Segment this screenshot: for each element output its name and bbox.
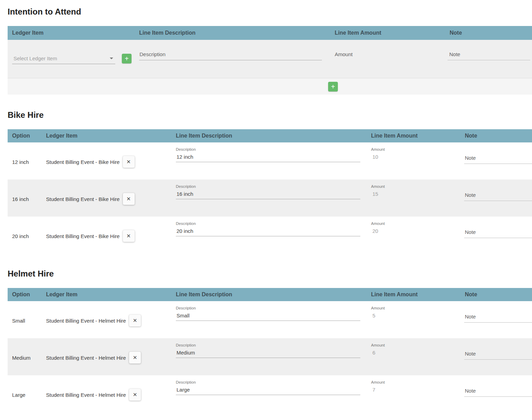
note-input[interactable] bbox=[464, 229, 532, 238]
table-row: Large Student Billing Event - Helmet Hir… bbox=[8, 375, 532, 412]
amount-field-label: Amount bbox=[371, 221, 460, 226]
column-header-line-item-description: Line Item Description bbox=[171, 129, 365, 142]
amount-input bbox=[372, 313, 424, 318]
amount-cell: Amount bbox=[365, 180, 460, 217]
column-header-line-item-description: Line Item Description bbox=[137, 26, 329, 40]
description-cell: Description bbox=[171, 301, 365, 338]
note-input[interactable] bbox=[464, 155, 532, 164]
amount-cell: Amount bbox=[365, 375, 460, 412]
close-icon: ✕ bbox=[126, 159, 131, 165]
amount-input bbox=[372, 228, 424, 234]
description-input[interactable] bbox=[176, 154, 360, 162]
description-field-label: Description bbox=[176, 184, 365, 189]
add-row-button[interactable]: + bbox=[328, 82, 338, 91]
note-input[interactable] bbox=[448, 51, 530, 60]
add-row-strip: + bbox=[8, 78, 532, 95]
column-header-ledger-item: Ledger Item bbox=[8, 26, 137, 40]
ledger-item-label: Student Billing Event - Bike Hire bbox=[46, 233, 120, 239]
column-header-line-item-amount: Line Item Amount bbox=[365, 129, 460, 142]
description-input[interactable] bbox=[176, 228, 360, 236]
column-header-note: Note bbox=[460, 129, 532, 142]
close-icon: ✕ bbox=[133, 317, 137, 324]
ledger-item-label: Student Billing Event - Helmet Hire bbox=[46, 355, 126, 361]
description-field-label: Description bbox=[176, 343, 365, 348]
description-cell: Description bbox=[171, 338, 365, 375]
description-field-label: Description bbox=[176, 380, 365, 385]
description-input[interactable] bbox=[139, 51, 322, 60]
table-row: 12 inch Student Billing Event - Bike Hir… bbox=[8, 142, 532, 180]
description-field-label: Description bbox=[176, 221, 365, 226]
amount-field-label: Amount bbox=[371, 184, 460, 189]
table-row: 20 inch Student Billing Event - Bike Hir… bbox=[8, 217, 532, 254]
plus-icon: + bbox=[125, 55, 129, 62]
column-header-line-item-description: Line Item Description bbox=[171, 288, 365, 301]
amount-input bbox=[335, 51, 387, 57]
remove-ledger-item-button[interactable]: ✕ bbox=[129, 352, 141, 364]
plus-icon: + bbox=[331, 83, 335, 90]
note-cell bbox=[460, 338, 532, 375]
remove-ledger-item-button[interactable]: ✕ bbox=[123, 230, 135, 242]
column-header-note: Note bbox=[460, 288, 532, 301]
column-header-note: Note bbox=[448, 26, 532, 40]
ledger-item-cell: Student Billing Event - Helmet Hire ✕ bbox=[42, 301, 171, 338]
option-cell: Large bbox=[8, 375, 42, 412]
ledger-item-select[interactable]: Select Ledger Item bbox=[12, 55, 115, 64]
description-input[interactable] bbox=[176, 387, 360, 395]
note-input[interactable] bbox=[464, 388, 532, 397]
close-icon: ✕ bbox=[126, 233, 131, 239]
column-header-ledger-item: Ledger Item bbox=[42, 129, 171, 142]
note-input[interactable] bbox=[464, 351, 532, 360]
amount-cell: Amount bbox=[365, 338, 460, 375]
ledger-item-label: Student Billing Event - Helmet Hire bbox=[46, 318, 126, 324]
ledger-item-label: Student Billing Event - Bike Hire bbox=[46, 159, 120, 165]
helmet-hire-table: Option Ledger Item Line Item Description… bbox=[8, 288, 532, 412]
amount-cell: Amount bbox=[365, 217, 460, 254]
description-field-label: Description bbox=[176, 306, 365, 310]
section-title-bike-hire: Bike Hire bbox=[8, 110, 532, 120]
column-header-option: Option bbox=[8, 288, 42, 301]
amount-field-label: Amount bbox=[371, 147, 460, 152]
amount-cell: Amount bbox=[365, 301, 460, 338]
note-cell bbox=[460, 375, 532, 412]
close-icon: ✕ bbox=[133, 355, 137, 361]
ledger-item-cell: Student Billing Event - Bike Hire ✕ bbox=[42, 180, 171, 217]
option-label: Small bbox=[12, 318, 25, 324]
table-row: 16 inch Student Billing Event - Bike Hir… bbox=[8, 180, 532, 217]
remove-ledger-item-button[interactable]: ✕ bbox=[129, 389, 141, 401]
note-cell bbox=[460, 301, 532, 338]
close-icon: ✕ bbox=[126, 196, 131, 202]
amount-field-label: Amount bbox=[371, 380, 460, 385]
amount-input bbox=[372, 387, 424, 393]
remove-ledger-item-button[interactable]: ✕ bbox=[123, 193, 135, 205]
amount-input bbox=[372, 350, 424, 356]
table-row: Medium Student Billing Event - Helmet Hi… bbox=[8, 338, 532, 375]
bike-hire-table: Option Ledger Item Line Item Description… bbox=[8, 129, 532, 254]
option-label: 12 inch bbox=[12, 159, 29, 165]
amount-input bbox=[372, 191, 424, 197]
description-input[interactable] bbox=[176, 191, 360, 199]
close-icon: ✕ bbox=[133, 392, 137, 398]
option-label: Large bbox=[12, 392, 25, 398]
note-input[interactable] bbox=[464, 314, 532, 323]
ledger-item-cell: Student Billing Event - Helmet Hire ✕ bbox=[42, 375, 171, 412]
description-cell: Description bbox=[171, 375, 365, 412]
intention-table-header: Ledger Item Line Item Description Line I… bbox=[8, 26, 532, 40]
column-header-line-item-amount: Line Item Amount bbox=[365, 288, 460, 301]
ledger-item-cell: Select Ledger Item + bbox=[8, 40, 137, 78]
description-input[interactable] bbox=[176, 313, 360, 321]
add-ledger-item-button[interactable]: + bbox=[122, 54, 132, 63]
ledger-item-cell: Student Billing Event - Helmet Hire ✕ bbox=[42, 338, 171, 375]
description-cell bbox=[137, 40, 329, 78]
note-input[interactable] bbox=[464, 192, 532, 201]
option-cell: Medium bbox=[8, 338, 42, 375]
option-cell: 16 inch bbox=[8, 180, 42, 217]
amount-cell bbox=[329, 40, 448, 78]
intention-table: Ledger Item Line Item Description Line I… bbox=[8, 26, 532, 95]
amount-field-label: Amount bbox=[371, 306, 460, 310]
remove-ledger-item-button[interactable]: ✕ bbox=[129, 315, 141, 326]
remove-ledger-item-button[interactable]: ✕ bbox=[123, 156, 135, 168]
option-label: 16 inch bbox=[12, 196, 29, 202]
helmet-hire-table-header: Option Ledger Item Line Item Description… bbox=[8, 288, 532, 301]
description-input[interactable] bbox=[176, 350, 360, 358]
ledger-item-cell: Student Billing Event - Bike Hire ✕ bbox=[42, 142, 171, 180]
